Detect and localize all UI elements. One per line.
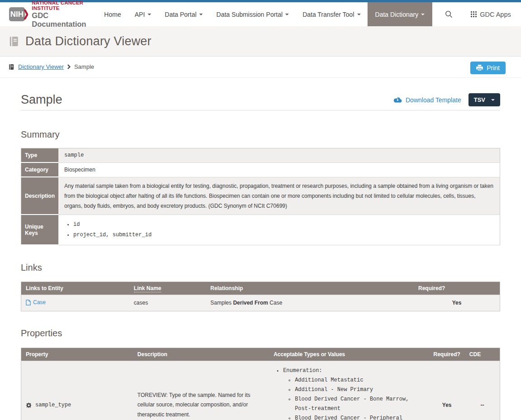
brand-text: NATIONAL CANCER INSTITUTE GDC Documentat… xyxy=(32,0,93,29)
props-col-cde: CDE xyxy=(465,348,500,361)
enum-value-item: Additional - New Primary xyxy=(295,385,424,395)
links-table: Links to Entity Link Name Relationship R… xyxy=(21,282,500,311)
summary-value-description: Any material sample taken from a biologi… xyxy=(58,177,500,215)
enum-value-item: Blood Derived Cancer - Peripheral Blood, xyxy=(295,414,424,420)
enum-value-item: Blood Derived Cancer - Bone Marrow, Post… xyxy=(295,395,424,414)
summary-label-unique-keys: Unique Keys xyxy=(21,215,59,245)
relationship-prefix: Samples xyxy=(210,300,232,306)
nih-chevron-icon xyxy=(24,8,29,21)
summary-row-category: Category Biospecimen xyxy=(21,162,500,177)
nav-item-label: API xyxy=(134,11,145,18)
nav-item-data-submission-portal[interactable]: Data Submission Portal xyxy=(210,2,296,26)
summary-value-unique-keys: id project_id, submitter_id xyxy=(58,215,500,245)
summary-label-type: Type xyxy=(21,148,59,163)
entity-actions: Download Template TSV xyxy=(393,93,500,106)
dictionary-article: Sample Download Template TSV Summary Typ… xyxy=(21,93,500,420)
summary-row-unique-keys: Unique Keys id project_id, submitter_id xyxy=(21,215,500,245)
page-header: Data Dictionary Viewer xyxy=(0,26,521,57)
nav-item-label: Data Portal xyxy=(165,11,196,18)
nav-item-data-transfer-tool[interactable]: Data Transfer Tool xyxy=(296,2,367,26)
download-template-label: Download Template xyxy=(406,96,461,104)
link-entity-cell: Case xyxy=(21,295,129,311)
links-col-relationship: Relationship xyxy=(206,282,414,295)
summary-row-description: Description Any material sample taken fr… xyxy=(21,177,500,215)
brand-product: GDC Documentation xyxy=(32,11,93,29)
nav-item-label: Home xyxy=(104,11,121,18)
search-icon xyxy=(445,10,453,18)
values-list: Enumeration: Additional Metastatic Addit… xyxy=(273,365,424,420)
book-icon xyxy=(8,64,14,70)
nih-logo: NIH xyxy=(9,7,25,21)
links-header-row: Links to Entity Link Name Relationship R… xyxy=(21,282,500,295)
relationship-suffix: Case xyxy=(270,300,282,306)
caret-down-icon xyxy=(357,14,361,15)
property-name-cell: sample_type xyxy=(21,361,133,420)
file-icon xyxy=(26,300,31,305)
links-col-entity: Links to Entity xyxy=(21,282,129,295)
case-entity-link[interactable]: Case xyxy=(26,299,46,305)
nav-item-label: Data Submission Portal xyxy=(216,11,282,18)
unique-key-item: project_id, submitter_id xyxy=(73,230,494,240)
values-type-label: Enumeration: xyxy=(283,368,322,374)
relationship-cell: Samples Derived From Case xyxy=(206,295,414,311)
breadcrumb-current: Sample xyxy=(74,63,94,70)
cloud-download-icon xyxy=(393,97,402,103)
values-type-item: Enumeration: Additional Metastatic Addit… xyxy=(283,366,424,420)
relationship-verb: Derived From xyxy=(233,300,268,306)
enum-value-item: Additional Metastatic xyxy=(295,376,424,385)
nav-item-data-dictionary[interactable]: Data Dictionary xyxy=(368,2,433,26)
property-description-cell: TOREVIEW: Type of the sample. Named for … xyxy=(133,361,269,420)
properties-heading: Properties xyxy=(21,328,500,339)
search-button[interactable] xyxy=(432,2,465,26)
book-icon xyxy=(8,36,19,47)
properties-table: Property Description Acceptable Types or… xyxy=(21,348,500,420)
breadcrumb: Dictionary Viewer Sample xyxy=(8,63,507,70)
brand-logo[interactable]: NIH NATIONAL CANCER INSTITUTE GDC Docume… xyxy=(9,2,93,26)
caret-down-icon xyxy=(285,14,289,15)
properties-header-row: Property Description Acceptable Types or… xyxy=(21,348,500,361)
nav-item-data-portal[interactable]: Data Portal xyxy=(158,2,210,26)
printer-icon xyxy=(476,65,483,71)
tsv-dropdown-button[interactable]: TSV xyxy=(468,93,500,106)
download-template-link[interactable]: Download Template xyxy=(393,96,461,104)
summary-row-type: Type sample xyxy=(21,148,500,163)
summary-label-category: Category xyxy=(21,162,59,177)
props-col-values: Acceptable Types or Values xyxy=(269,348,429,361)
entity-header: Sample Download Template TSV xyxy=(21,93,500,110)
link-name-cell: cases xyxy=(129,295,206,311)
link-required-cell: Yes xyxy=(414,295,500,311)
apps-grid-icon xyxy=(471,11,477,17)
breadcrumb-bar: Dictionary Viewer Sample Print xyxy=(0,57,521,78)
tsv-label: TSV xyxy=(474,96,485,103)
link-name-tooltip-term[interactable]: Link Name xyxy=(134,285,162,292)
case-link-label: Case xyxy=(33,299,46,305)
brand-institute: NATIONAL CANCER INSTITUTE xyxy=(32,0,93,11)
nav-item-label: Data Transfer Tool xyxy=(302,11,354,18)
nav-menu: Home API Data Portal Data Submission Por… xyxy=(97,2,432,26)
links-col-link-name: Link Name xyxy=(129,282,206,295)
property-name: sample_type xyxy=(35,402,71,408)
print-button[interactable]: Print xyxy=(470,62,506,74)
unique-key-item: id xyxy=(73,220,494,230)
caret-down-icon xyxy=(199,14,203,15)
caret-down-icon xyxy=(491,99,495,101)
property-row-sample-type: sample_type TOREVIEW: Type of the sample… xyxy=(21,361,500,420)
summary-value-category: Biospecimen xyxy=(58,162,500,177)
gdc-apps-label: GDC Apps xyxy=(480,11,511,18)
nav-item-api[interactable]: API xyxy=(128,2,158,26)
props-col-required: Required? xyxy=(429,348,465,361)
caret-down-icon xyxy=(148,14,151,15)
links-row-case: Case cases Samples Derived From Case Yes xyxy=(21,295,500,311)
summary-heading: Summary xyxy=(21,129,500,140)
gdc-apps-button[interactable]: GDC Apps xyxy=(465,2,521,26)
chevron-right-icon xyxy=(67,64,71,69)
unique-keys-list: id project_id, submitter_id xyxy=(64,220,494,240)
gear-icon xyxy=(26,402,32,408)
nav-item-home[interactable]: Home xyxy=(97,2,128,26)
page-title: Data Dictionary Viewer xyxy=(25,34,152,48)
links-heading: Links xyxy=(21,262,500,273)
property-required-cell: Yes xyxy=(429,361,465,420)
breadcrumb-root-link[interactable]: Dictionary Viewer xyxy=(18,63,64,70)
property-cde-cell: -- xyxy=(465,361,500,420)
nav-item-label: Data Dictionary xyxy=(375,11,419,18)
